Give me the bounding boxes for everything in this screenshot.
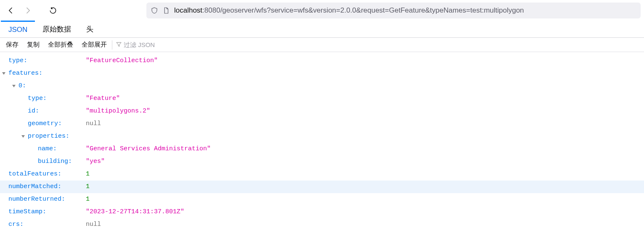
json-key: timeStamp: bbox=[8, 206, 46, 218]
url-text: localhost:8080/geoserver/wfs?service=wfs… bbox=[174, 6, 524, 15]
json-row-type[interactable]: type:"FeatureCollection" bbox=[0, 55, 644, 67]
browser-toolbar: localhost:8080/geoserver/wfs?service=wfs… bbox=[0, 0, 644, 21]
json-key: 0: bbox=[19, 80, 26, 92]
forward-button[interactable] bbox=[20, 3, 35, 18]
json-key: building: bbox=[38, 155, 72, 168]
json-value: "multipolygons.2" bbox=[86, 105, 150, 118]
json-key: geometry: bbox=[28, 118, 62, 130]
json-value: null bbox=[86, 118, 101, 130]
json-row-p-building[interactable]: building:"yes" bbox=[0, 155, 644, 168]
json-value: "yes" bbox=[86, 155, 105, 168]
json-row-f-type[interactable]: type:"Feature" bbox=[0, 92, 644, 105]
tab-json[interactable]: JSON bbox=[1, 21, 35, 37]
json-row-totalFeatures[interactable]: totalFeatures:1 bbox=[0, 168, 644, 181]
reload-button[interactable] bbox=[45, 3, 61, 18]
json-key: numberMatched: bbox=[8, 181, 61, 193]
expand-all-button[interactable]: 全部展开 bbox=[77, 38, 111, 51]
expand-toggle[interactable] bbox=[21, 134, 27, 139]
json-value: 1 bbox=[86, 168, 90, 181]
json-viewer: type:"FeatureCollection" features: 0: ty… bbox=[0, 52, 644, 236]
address-bar[interactable]: localhost:8080/geoserver/wfs?service=wfs… bbox=[146, 3, 641, 18]
filter-wrap bbox=[113, 41, 177, 49]
tab-raw[interactable]: 原始数据 bbox=[35, 19, 79, 37]
json-value: "General Services Administration" bbox=[86, 143, 211, 155]
json-row-features[interactable]: features: bbox=[0, 67, 644, 80]
json-row-feature-0[interactable]: 0: bbox=[0, 80, 644, 92]
url-path: :8080/geoserver/wfs?service=wfs&version=… bbox=[202, 6, 524, 14]
filter-input[interactable] bbox=[124, 41, 174, 48]
collapse-all-button[interactable]: 全部折叠 bbox=[44, 38, 77, 51]
back-button[interactable] bbox=[3, 3, 19, 18]
filter-icon bbox=[116, 41, 122, 49]
json-row-p-name[interactable]: name:"General Services Administration" bbox=[0, 143, 644, 155]
json-row-f-geometry[interactable]: geometry:null bbox=[0, 118, 644, 130]
json-row-crs[interactable]: crs:null bbox=[0, 218, 644, 231]
save-button[interactable]: 保存 bbox=[2, 38, 23, 51]
copy-button[interactable]: 复制 bbox=[23, 38, 44, 51]
json-key: name: bbox=[38, 143, 57, 155]
json-value: "Feature" bbox=[86, 92, 120, 105]
json-row-f-id[interactable]: id:"multipolygons.2" bbox=[0, 105, 644, 118]
json-row-numberMatched[interactable]: numberMatched:1 bbox=[0, 181, 644, 193]
json-key: type: bbox=[28, 92, 47, 105]
json-value: "2023-12-27T14:31:37.801Z" bbox=[86, 206, 184, 218]
json-key: numberReturned: bbox=[8, 193, 65, 206]
json-key: id: bbox=[28, 105, 39, 118]
json-key: features: bbox=[8, 67, 42, 80]
json-key: type: bbox=[8, 55, 27, 67]
divider bbox=[112, 40, 112, 50]
expand-toggle[interactable] bbox=[12, 83, 18, 89]
json-row-timeStamp[interactable]: timeStamp:"2023-12-27T14:31:37.801Z" bbox=[0, 206, 644, 218]
json-value: 1 bbox=[86, 193, 90, 206]
json-value: null bbox=[86, 218, 101, 231]
json-key: properties: bbox=[28, 130, 69, 143]
tab-headers[interactable]: 头 bbox=[79, 19, 101, 37]
viewer-tabs: JSON 原始数据 头 bbox=[0, 21, 644, 38]
expand-toggle[interactable] bbox=[2, 71, 8, 76]
json-row-f-properties[interactable]: properties: bbox=[0, 130, 644, 143]
json-value: "FeatureCollection" bbox=[86, 55, 158, 67]
page-icon bbox=[162, 7, 170, 14]
shield-icon bbox=[151, 7, 158, 14]
url-host: localhost bbox=[174, 6, 202, 14]
action-bar: 保存 复制 全部折叠 全部展开 bbox=[0, 38, 644, 52]
json-key: totalFeatures: bbox=[8, 168, 61, 181]
json-value: 1 bbox=[86, 181, 90, 193]
json-row-numberReturned[interactable]: numberReturned:1 bbox=[0, 193, 644, 206]
json-key: crs: bbox=[8, 218, 24, 231]
